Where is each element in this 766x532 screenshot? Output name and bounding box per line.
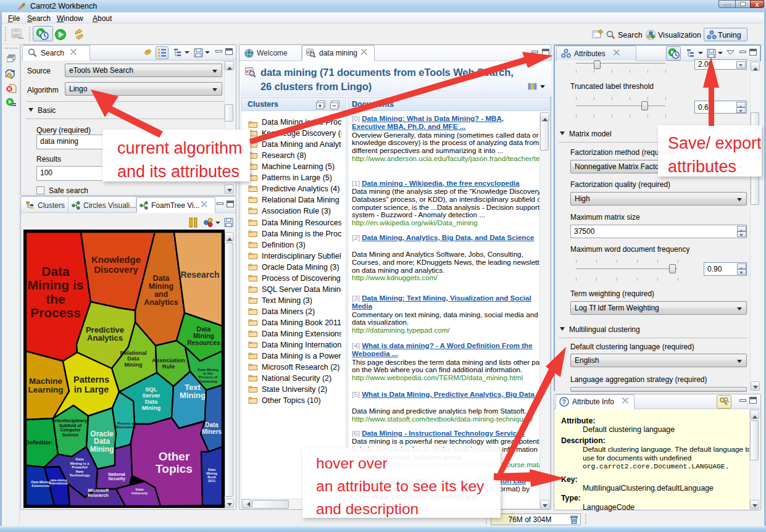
- svg-text:Mining: Mining: [142, 404, 161, 411]
- svg-text:Knowledge: Knowledge: [91, 254, 141, 265]
- svg-text:Data: Data: [41, 264, 70, 278]
- svg-text:Analytics: Analytics: [87, 333, 123, 343]
- svg-text:Relational: Relational: [120, 350, 146, 356]
- svg-text:Data: Data: [127, 355, 140, 362]
- svg-text:is the: is the: [203, 372, 213, 375]
- svg-text:Learning: Learning: [28, 385, 63, 394]
- svg-text:Data: Data: [75, 457, 84, 461]
- svg-text:Mining: Mining: [125, 362, 143, 368]
- svg-text:Analytics: Analytics: [144, 298, 178, 307]
- svg-text:Miners: Miners: [202, 428, 222, 435]
- svg-text:Process: Process: [30, 305, 81, 320]
- svg-text:Definition: Definition: [25, 439, 52, 446]
- svg-text:Resources: Resources: [187, 339, 220, 346]
- svg-text:international: international: [49, 481, 69, 485]
- svg-text:National: National: [108, 472, 125, 476]
- svg-text:the: the: [46, 292, 65, 306]
- svg-text:Discovery: Discovery: [94, 264, 138, 275]
- svg-text:Powerful: Powerful: [72, 465, 88, 469]
- svg-text:Data: Data: [205, 422, 219, 428]
- svg-text:Process of: Process of: [199, 375, 219, 379]
- svg-text:2011: 2011: [208, 479, 215, 483]
- svg-text:Extracting: Extracting: [199, 380, 217, 383]
- svg-text:Subfield of: Subfield of: [59, 423, 82, 428]
- svg-text:Data Mining: Data Mining: [198, 368, 219, 372]
- svg-text:Mining: Mining: [90, 445, 114, 454]
- svg-text:Data: Data: [152, 274, 170, 283]
- svg-text:Mining: Mining: [180, 391, 206, 400]
- svg-text:Technology: Technology: [69, 473, 90, 477]
- svg-text:Extensions: Extensions: [31, 484, 49, 488]
- svg-text:Rule: Rule: [162, 363, 175, 370]
- svg-text:Mining is a: Mining is a: [70, 462, 90, 465]
- svg-text:Security: Security: [108, 476, 125, 481]
- svg-text:Data: Data: [197, 325, 211, 333]
- svg-text:Research: Research: [180, 270, 219, 280]
- svg-text:and: and: [154, 290, 168, 299]
- svg-text:University: University: [131, 491, 149, 495]
- svg-text:Research: Research: [88, 493, 109, 498]
- svg-text:?: ?: [562, 398, 566, 405]
- svg-text:Machine: Machine: [29, 376, 63, 386]
- svg-text:New: New: [76, 470, 84, 473]
- svg-text:Other: Other: [159, 450, 190, 463]
- svg-text:in Large: in Large: [74, 384, 109, 394]
- svg-text:Topics: Topics: [156, 462, 193, 475]
- svg-text:Discovering: Discovering: [116, 425, 135, 429]
- svg-text:Science: Science: [62, 433, 79, 437]
- svg-text:Mining is: Mining is: [28, 278, 84, 292]
- svg-text:Patterns: Patterns: [73, 375, 109, 384]
- svg-text:Mining: Mining: [149, 282, 173, 291]
